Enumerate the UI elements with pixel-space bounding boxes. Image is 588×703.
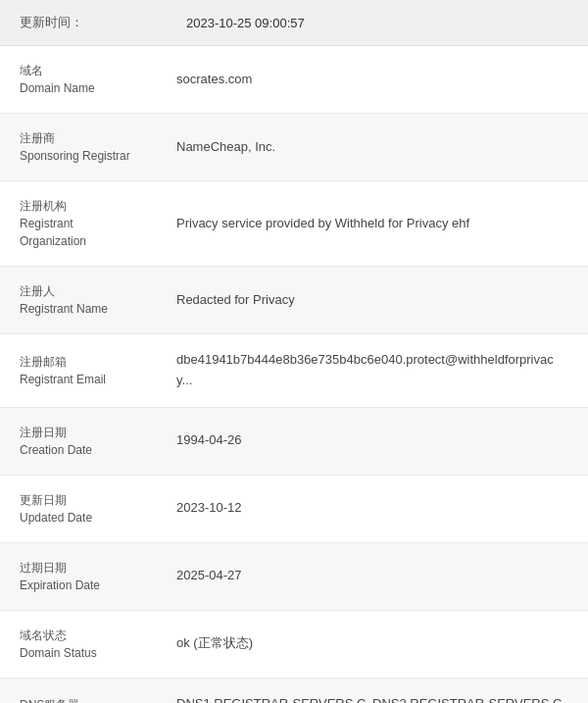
- label-cell: 更新日期Updated Date: [0, 476, 157, 542]
- update-row: 更新时间： 2023-10-25 09:00:57: [0, 0, 588, 46]
- update-label: 更新时间：: [20, 14, 98, 31]
- value-cell: ok (正常状态): [157, 611, 588, 678]
- label-cn: 域名: [20, 62, 137, 79]
- table-row: 域名状态Domain Statusok (正常状态): [0, 611, 588, 678]
- label-cn: 注册商: [20, 129, 137, 147]
- label-cn: DNS服务器: [20, 696, 137, 703]
- label-cell: DNS服务器NameServer: [0, 678, 157, 703]
- label-cell: 过期日期Expiration Date: [0, 543, 157, 610]
- label-cn: 更新日期: [20, 491, 137, 509]
- label-en: Updated Date: [20, 509, 137, 527]
- table-row: 域名Domain Namesocrates.com: [0, 46, 588, 114]
- label-en: Registrant Organization: [20, 215, 137, 250]
- table-row: 更新日期Updated Date2023-10-12: [0, 476, 588, 543]
- label-en: Registrant Name: [20, 300, 137, 318]
- table-row: 注册日期Creation Date1994-04-26: [0, 408, 588, 476]
- table-row: 注册人Registrant NameRedacted for Privacy: [0, 267, 588, 334]
- value-cell: 1994-04-26: [157, 408, 588, 475]
- table-row: DNS服务器NameServerDNS1.REGISTRAR-SERVERS.C…: [0, 678, 588, 703]
- value-cell: Redacted for Privacy: [157, 267, 588, 333]
- label-en: Registrant Email: [20, 371, 137, 388]
- value-cell: DNS1.REGISTRAR-SERVERS.COMDNS2.REGISTRAR…: [157, 678, 588, 703]
- label-cell: 注册人Registrant Name: [0, 267, 157, 333]
- value-cell: 2025-04-27: [157, 543, 588, 610]
- update-value: 2023-10-25 09:00:57: [186, 16, 305, 30]
- value-cell: socrates.com: [157, 46, 588, 113]
- label-cell: 注册邮箱Registrant Email: [0, 334, 157, 407]
- label-en: Creation Date: [20, 441, 137, 459]
- label-cn: 注册人: [20, 282, 137, 300]
- label-en: Domain Status: [20, 644, 137, 662]
- label-en: Domain Name: [20, 79, 137, 97]
- label-cell: 注册日期Creation Date: [0, 408, 157, 475]
- label-cell: 域名状态Domain Status: [0, 611, 157, 678]
- label-cn: 注册邮箱: [20, 353, 137, 371]
- label-cn: 注册日期: [20, 424, 137, 441]
- label-cn: 域名状态: [20, 627, 137, 644]
- value-cell: dbe41941b7b444e8b36e735b4bc6e040.protect…: [157, 334, 588, 407]
- label-cn: 过期日期: [20, 559, 137, 577]
- label-cell: 注册机构Registrant Organization: [0, 181, 157, 266]
- whois-container: 更新时间： 2023-10-25 09:00:57 域名Domain Names…: [0, 0, 588, 703]
- value-cell: NameCheap, Inc.: [157, 114, 588, 180]
- label-cell: 注册商Sponsoring Registrar: [0, 114, 157, 180]
- label-en: Sponsoring Registrar: [20, 147, 137, 165]
- table-row: 注册邮箱Registrant Emaildbe41941b7b444e8b36e…: [0, 334, 588, 408]
- label-cell: 域名Domain Name: [0, 46, 157, 113]
- label-en: Expiration Date: [20, 577, 137, 594]
- table-row: 过期日期Expiration Date2025-04-27: [0, 543, 588, 611]
- label-cn: 注册机构: [20, 197, 137, 215]
- value-cell: 2023-10-12: [157, 476, 588, 542]
- value-cell: Privacy service provided by Withheld for…: [157, 181, 588, 266]
- table-row: 注册机构Registrant OrganizationPrivacy servi…: [0, 181, 588, 267]
- table-row: 注册商Sponsoring RegistrarNameCheap, Inc.: [0, 114, 588, 181]
